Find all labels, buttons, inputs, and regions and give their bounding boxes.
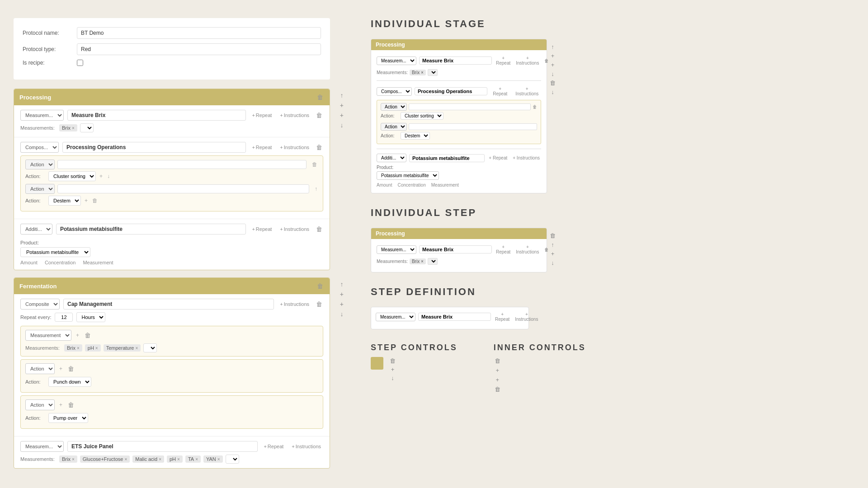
preview-measure-brix-input[interactable] bbox=[419, 56, 492, 65]
fermentation-measurements-select[interactable] bbox=[143, 343, 157, 352]
potassium-product-select[interactable]: Potassium metabisulfite bbox=[20, 247, 90, 257]
ets-brix-remove[interactable]: × bbox=[72, 457, 75, 462]
ets-repeat-btn[interactable]: + Repeat bbox=[261, 442, 286, 450]
preview-measurem-select[interactable]: Measurem... bbox=[377, 56, 416, 65]
action1-name-input[interactable] bbox=[57, 160, 307, 169]
potassium-instructions-btn[interactable]: + Instructions bbox=[278, 225, 311, 233]
step-def-instructions[interactable]: + Instructions bbox=[514, 311, 539, 323]
preview-action1-input[interactable] bbox=[409, 103, 531, 110]
preview-instructions-btn[interactable]: + Instructions bbox=[514, 55, 540, 66]
potassium-name-input[interactable] bbox=[56, 224, 246, 235]
ph-ets-remove[interactable]: × bbox=[177, 457, 180, 462]
preview-additi-repeat-btn[interactable]: + Repeat bbox=[487, 155, 509, 161]
yan-remove[interactable]: × bbox=[217, 457, 220, 462]
measurement-sub-type[interactable]: Measurement bbox=[25, 330, 71, 341]
fermentation-move-down[interactable]: ↓ bbox=[339, 310, 344, 318]
action1-add-btn[interactable]: + bbox=[99, 173, 104, 179]
step-ctrl-demo-delete[interactable]: 🗑 bbox=[389, 357, 396, 365]
step-ctrl-up[interactable]: ↑ bbox=[549, 241, 557, 249]
step-def-type[interactable]: Measurem... bbox=[376, 313, 415, 321]
preview-action2-input[interactable] bbox=[409, 123, 537, 130]
protocol-type-input[interactable] bbox=[77, 43, 321, 55]
ets-measurements-select[interactable] bbox=[226, 455, 239, 464]
preview-repeat-btn[interactable]: + Repeat bbox=[495, 55, 512, 66]
cap-management-name-input[interactable] bbox=[63, 299, 274, 310]
cap-management-instructions-btn[interactable]: + Instructions bbox=[278, 300, 311, 308]
inner-ctrl-demo-delete2[interactable]: 🗑 bbox=[494, 385, 501, 393]
fermentation-stage-delete[interactable]: 🗑 bbox=[316, 282, 324, 291]
potassium-type-select[interactable]: Additi... bbox=[20, 224, 52, 235]
brix-remove[interactable]: × bbox=[72, 126, 75, 131]
action2-type-select[interactable]: Action bbox=[25, 184, 55, 194]
preview-add-select[interactable] bbox=[428, 69, 438, 76]
stage-ctrl-down2[interactable]: ↓ bbox=[549, 88, 557, 96]
measure-brix-repeat-btn[interactable]: + Repeat bbox=[250, 111, 274, 119]
preview-additi-instructions-btn[interactable]: + Instructions bbox=[511, 155, 541, 161]
temp-remove[interactable]: × bbox=[135, 346, 138, 351]
processing-add-above[interactable]: + bbox=[339, 101, 344, 109]
preview-action1-select[interactable]: Action bbox=[381, 103, 407, 111]
cap-management-type-select[interactable]: Composite bbox=[20, 299, 60, 310]
measure-brix-name-input[interactable] bbox=[67, 110, 246, 121]
preview-cluster-select[interactable]: Cluster sorting bbox=[401, 112, 443, 120]
stage-ctrl-up[interactable]: ↑ bbox=[549, 43, 557, 51]
stage-ctrl-add2[interactable]: + bbox=[549, 61, 557, 69]
inner-ctrl-demo-add2[interactable]: + bbox=[494, 376, 501, 384]
measure-brix-instructions-btn[interactable]: + Instructions bbox=[278, 111, 311, 119]
punch-add-btn[interactable]: + bbox=[58, 366, 63, 372]
action1-delete-btn[interactable]: 🗑 bbox=[311, 161, 318, 168]
preview-product-select[interactable]: Potassium metabisulfite bbox=[377, 171, 439, 180]
action1-down-btn[interactable]: ↓ bbox=[106, 173, 111, 179]
step-ctrl-delete[interactable]: 🗑 bbox=[549, 232, 557, 239]
step-def-name-input[interactable] bbox=[418, 313, 491, 321]
preview-action1-delete[interactable]: 🗑 bbox=[533, 104, 537, 109]
processing-move-up[interactable]: ↑ bbox=[339, 91, 344, 99]
punch-action-value[interactable]: Punch down bbox=[48, 377, 91, 387]
repeat-unit-select[interactable]: Hours bbox=[76, 312, 105, 322]
fermentation-add-below[interactable]: + bbox=[339, 300, 344, 308]
potassium-delete[interactable]: 🗑 bbox=[315, 225, 323, 234]
preview-compos-repeat-btn[interactable]: + Repeat bbox=[490, 85, 510, 97]
processing-ops-type-select[interactable]: Compos... bbox=[20, 142, 59, 153]
step-preview-type[interactable]: Measurem... bbox=[377, 245, 416, 254]
brix-f-remove[interactable]: × bbox=[77, 346, 80, 351]
ph-remove[interactable]: × bbox=[95, 346, 98, 351]
stage-ctrl-down[interactable]: ↓ bbox=[549, 70, 557, 78]
fermentation-add-above[interactable]: + bbox=[339, 290, 344, 298]
step-preview-name-input[interactable] bbox=[419, 245, 492, 253]
pump-over-type[interactable]: Action bbox=[25, 399, 55, 410]
punch-delete[interactable]: 🗑 bbox=[67, 364, 75, 373]
punch-down-type[interactable]: Action bbox=[25, 363, 55, 374]
processing-ops-delete[interactable]: 🗑 bbox=[315, 143, 323, 152]
action2-add-btn[interactable]: + bbox=[84, 197, 89, 204]
step-ctrl-down[interactable]: ↓ bbox=[549, 259, 557, 267]
pump-add-btn[interactable]: + bbox=[58, 402, 63, 408]
measurements-add-select[interactable] bbox=[80, 123, 94, 132]
measurement-add-btn[interactable]: + bbox=[75, 332, 80, 338]
preview-action2-select[interactable]: Action bbox=[381, 123, 407, 131]
processing-ops-instructions-btn[interactable]: + Instructions bbox=[278, 143, 311, 151]
repeat-value-input[interactable] bbox=[55, 313, 73, 322]
action1-type-select[interactable]: Action bbox=[25, 160, 55, 169]
processing-ops-name-input[interactable] bbox=[62, 142, 246, 153]
pump-action-value[interactable]: Pump over bbox=[48, 413, 88, 423]
inner-ctrl-demo-delete1[interactable]: 🗑 bbox=[494, 357, 501, 365]
step-ctrl-demo-down[interactable]: ↓ bbox=[389, 374, 396, 382]
action2-up-btn[interactable]: ↑ bbox=[314, 186, 318, 192]
preview-additi-select[interactable]: Additi... bbox=[377, 154, 406, 162]
action1-value-select[interactable]: Cluster sorting bbox=[48, 171, 96, 181]
ta-remove[interactable]: × bbox=[195, 457, 198, 462]
ets-name-input[interactable] bbox=[67, 441, 258, 452]
fermentation-move-up[interactable]: ↑ bbox=[339, 280, 344, 288]
preview-destem-select[interactable]: Destem bbox=[401, 132, 430, 140]
cap-management-delete[interactable]: 🗑 bbox=[315, 300, 323, 309]
preview-potassium-input[interactable] bbox=[409, 154, 485, 162]
action2-name-input[interactable] bbox=[57, 184, 309, 193]
pump-delete[interactable]: 🗑 bbox=[67, 400, 75, 409]
step-add-select[interactable] bbox=[428, 258, 438, 265]
measure-brix-type-select[interactable]: Measurem... bbox=[20, 110, 64, 121]
processing-stage-delete[interactable]: 🗑 bbox=[316, 93, 324, 102]
inner-ctrl-demo-add1[interactable]: + bbox=[494, 366, 501, 374]
preview-compos-select[interactable]: Compos... bbox=[377, 87, 412, 96]
step-preview-instructions[interactable]: + Instructions bbox=[514, 244, 540, 255]
